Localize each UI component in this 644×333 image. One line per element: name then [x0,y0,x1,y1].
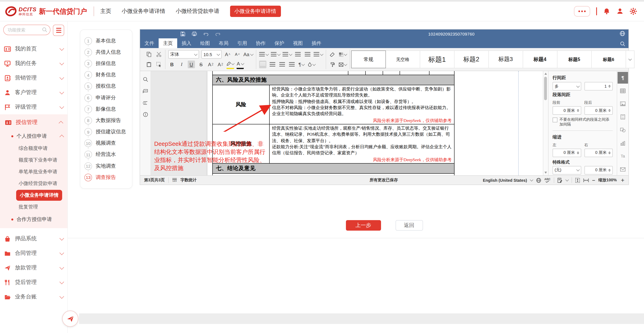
nav-tab-home[interactable]: 主页 [100,8,111,15]
text-art-panel-tab[interactable]: Ta [618,150,628,162]
save-icon[interactable] [180,32,185,36]
image-panel-tab[interactable] [618,98,628,110]
style-heading5[interactable]: 标题5 [557,51,592,68]
sidebar-item-comprehensive-limit[interactable]: 综合额度申请 [4,143,63,154]
menu-tab-home[interactable]: 主页 [159,38,177,48]
zoom-in-button[interactable]: ＋ [620,176,625,184]
document-canvas[interactable]: 六、风险及风控措施 风险 经营风险：小微企业市场竞争力弱，易受行业波动（如政策变… [151,71,543,175]
mail-merge-panel-tab[interactable] [618,163,628,175]
sidebar-item-customers[interactable]: 客户管理 [3,85,64,100]
menu-tab-layout[interactable]: 布局 [214,38,233,48]
style-heading2[interactable]: 标题2 [454,51,488,68]
sidebar-item-disbursement[interactable]: 放款管理 [3,260,64,275]
sidebar-item-single-batch[interactable]: 单笔单批业务申请 [4,166,63,178]
sidebar-item-credit-management[interactable]: 授信管理 [4,115,63,130]
nav-tab-micro-detail-active[interactable]: 小微业务申请详情 [230,6,281,17]
step-apply-score[interactable]: 6申请评分 [84,92,128,103]
paragraph-mark-button[interactable]: ¶ [298,61,305,68]
decrease-font-button[interactable]: A˅ [234,51,241,58]
table-panel-tab[interactable] [618,85,628,97]
sidebar-item-marketing[interactable]: 营销管理 [3,71,64,85]
menu-tab-view[interactable]: 视图 [288,38,307,48]
language-selector[interactable]: English (United States) [483,178,527,182]
menu-tab-plugins[interactable]: 插件 [307,38,326,48]
special-amount-spinner[interactable]: 0 厘米 [584,166,613,174]
menu-tab-protect[interactable]: 保护 [270,38,288,48]
menu-tab-file[interactable]: 文件 [140,38,159,48]
step-bigdata-report[interactable]: 8大数据报告 [84,115,128,126]
numbered-list-button[interactable] [271,51,280,58]
fit-width-icon[interactable] [583,178,589,182]
line-spacing-value-spinner[interactable]: 1 [584,82,613,91]
gear-icon[interactable] [630,8,637,15]
back-button[interactable]: 返回 [395,220,423,231]
conclusion-paragraph[interactable]: 调查结论：经调查，建议为客户李明月办理消费贷款，金额1000元，期限36个月，利… [212,174,454,175]
nav-tab-micro-detail[interactable]: 小微业务申请详情 [122,8,165,15]
spellcheck-icon[interactable]: ABC [544,178,550,183]
increase-font-button[interactable]: A˄ [224,51,231,58]
menu-tab-draw[interactable]: 绘图 [196,38,214,48]
underline-button[interactable]: U [188,61,195,68]
zoom-level[interactable]: 缩放100% [598,177,617,183]
scroll-down-icon[interactable] [544,172,547,174]
sidebar-item-micro-detail-active[interactable]: 小微业务申请详情 [4,189,63,201]
indent-left-spinner[interactable]: 0 厘米 [552,148,581,157]
step-video-survey[interactable]: 10视频调查 [84,138,128,149]
comments-icon[interactable] [142,89,148,94]
step-co-borrower[interactable]: 2共借人信息 [84,47,128,58]
sidebar-item-personal-credit-apply[interactable]: 个人授信申请 [4,130,63,143]
sidebar-item-business-ledger[interactable]: 业务台账 [3,289,64,304]
find-icon[interactable] [143,77,148,82]
chart-panel-tab[interactable] [618,137,628,149]
copy-button[interactable] [145,51,152,58]
style-heading1[interactable]: 标题1 [420,51,454,68]
align-right-button[interactable] [278,61,286,68]
more-actions-button[interactable] [574,6,590,17]
step-finance[interactable]: 4财务信息 [84,69,128,81]
eraser-button[interactable] [329,51,336,58]
no-space-same-style-checkbox[interactable]: 不要在相同样式的段落之间添加间隔 [552,117,613,127]
highlight-color-button[interactable] [226,60,234,69]
canvas-scrollbar[interactable] [543,71,548,175]
justify-button[interactable] [288,61,295,68]
word-count-label[interactable]: 字数统计 [180,177,196,183]
editor-search-icon[interactable] [620,41,625,47]
menu-tab-collaboration[interactable]: 协作 [252,38,270,48]
sidebar-item-my-tasks[interactable]: 我的任务 [3,56,64,71]
print-icon[interactable] [192,32,197,36]
track-changes-icon[interactable] [558,177,563,183]
bold-button[interactable]: B [168,61,176,68]
sidebar-item-rating[interactable]: 评级管理 [3,100,64,114]
sidebar-item-under-limit-business[interactable]: 额度项下业务申请 [4,154,63,166]
previous-step-button[interactable]: 上一步 [346,220,381,231]
zoom-out-button[interactable]: − [592,177,595,183]
bell-icon[interactable] [603,8,610,15]
spacing-after-spinner[interactable]: 0 厘米 [584,106,613,115]
line-spacing-type-select[interactable]: 多 [552,82,581,91]
undo-icon[interactable] [204,32,209,36]
special-format-select[interactable]: (无) [552,166,581,174]
sidebar-item-approval-management[interactable]: 批复管理 [4,201,63,213]
sidebar-item-collateral[interactable]: 押品系统 [3,231,64,246]
sidebar-item-my-home[interactable]: 我的首页 [3,42,64,56]
font-name-select[interactable]: 宋体 [168,50,199,59]
menu-collapse-button[interactable] [53,25,64,36]
bullet-list-button[interactable] [259,51,268,58]
multilevel-list-button[interactable] [282,51,292,58]
style-heading3[interactable]: 标题3 [488,51,523,68]
outline-icon[interactable] [142,101,148,105]
status-globe-icon[interactable] [536,177,541,183]
strikethrough-button[interactable]: S [198,61,205,68]
nav-tab-micro-loan-apply[interactable]: 小微经营贷款申请 [176,8,220,15]
step-basic-info[interactable]: 1基本信息 [84,35,128,47]
superscript-button[interactable]: A2 [207,61,214,68]
scroll-up-icon[interactable] [544,73,547,75]
format-painter-button[interactable] [329,61,336,68]
shapes-panel-tab[interactable] [618,124,628,136]
step-authorization[interactable]: 5授权信息 [84,81,128,92]
style-normal[interactable]: 常规 [351,51,386,68]
step-field-survey[interactable]: 12实地调查 [84,160,128,172]
step-guarantee[interactable]: 3担保信息 [84,58,128,69]
decrease-indent-button[interactable] [294,51,301,58]
step-business-flow[interactable]: 11经营流水 [84,149,128,160]
